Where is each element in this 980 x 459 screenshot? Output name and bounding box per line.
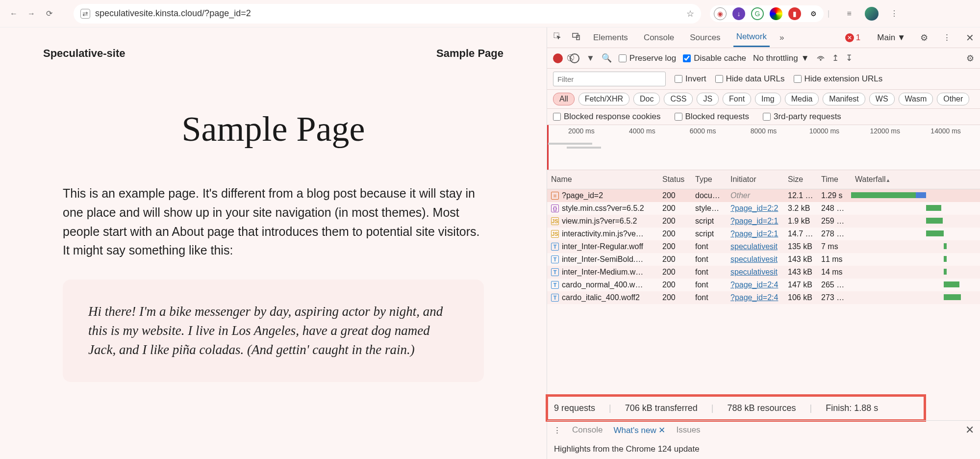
menu-icon[interactable]: ⋮ [887,7,901,21]
forward-icon[interactable]: → [25,7,38,21]
drawer-content: Highlights from the Chrome 124 update [547,439,980,459]
inspect-icon[interactable] [553,32,562,43]
table-row[interactable]: {}style.min.css?ver=6.5.2 200 style… ?pa… [547,202,980,215]
network-toolbar: ⃠ ▼ 🔍 Preserve log Disable cache No thro… [547,48,980,69]
site-title[interactable]: Speculative-site [43,47,126,60]
extension-icon[interactable]: ◉ [714,7,727,20]
table-row[interactable]: Tinter_Inter-SemiBold.… 200 font specula… [547,253,980,266]
devtools-panel: Elements Console Sources Network » ✕1 Ma… [547,27,980,459]
chip-css[interactable]: CSS [664,93,693,105]
upload-icon[interactable]: ↥ [832,53,839,63]
tab-sources[interactable]: Sources [687,29,723,47]
nav-link-sample-page[interactable]: Sample Page [436,47,503,60]
chip-other[interactable]: Other [937,93,969,105]
tab-elements[interactable]: Elements [590,29,631,47]
drawer-menu-icon[interactable]: ⋮ [553,425,561,435]
chip-font[interactable]: Font [723,93,751,105]
page-content: Speculative-site Sample Page Sample Page… [0,27,547,459]
filter-icon[interactable]: ▼ [586,53,595,63]
drawer-close-icon[interactable]: ✕ [965,424,974,436]
profile-avatar[interactable] [865,7,879,21]
chip-img[interactable]: Img [755,93,781,105]
third-party-checkbox[interactable]: 3rd-party requests [763,112,841,122]
settings-icon[interactable]: ⚙ [920,32,928,43]
drawer-tab-console[interactable]: Console [572,425,603,435]
table-row[interactable]: Tinter_Inter-Regular.woff 200 font specu… [547,240,980,253]
devtools-tabs: Elements Console Sources Network » ✕1 Ma… [547,27,980,48]
overview-timeline[interactable]: 2000 ms4000 ms6000 ms8000 ms10000 ms1200… [547,125,980,170]
network-conditions-icon[interactable] [816,52,825,64]
network-settings-icon[interactable]: ⚙ [966,53,974,64]
throttling-selector[interactable]: No throttling ▼ [753,53,809,63]
extension-icon[interactable] [770,7,782,20]
close-icon[interactable]: ✕ [966,32,974,44]
tab-console[interactable]: Console [641,29,677,47]
file-type-icon: T [551,243,559,251]
type-chips: AllFetch/XHRDocCSSJSFontImgMediaManifest… [547,90,980,109]
more-tabs-icon[interactable]: » [779,33,784,43]
extension-icon[interactable]: ▮ [788,7,801,20]
device-icon[interactable] [572,32,580,43]
table-row[interactable]: JSview.min.js?ver=6.5.2 200 script ?page… [547,215,980,228]
filter-input[interactable] [553,72,666,86]
extension-icon[interactable]: G [751,7,764,20]
table-row[interactable]: Tcardo_normal_400.w… 200 font ?page_id=2… [547,279,980,291]
table-header: Name Status Type Initiator Size Time Wat… [547,170,980,189]
file-type-icon: JS [551,230,559,238]
playlist-icon[interactable]: ≡ [842,7,856,21]
download-icon[interactable]: ↧ [846,53,853,63]
back-icon[interactable]: ← [7,7,21,21]
table-row[interactable]: JSinteractivity.min.js?ve… 200 script ?p… [547,228,980,240]
chip-all[interactable]: All [553,93,575,105]
clear-button[interactable]: ⃠ [570,53,579,63]
site-info-icon[interactable]: ⇄ [80,9,90,19]
chip-media[interactable]: Media [785,93,819,105]
table-row[interactable]: Tinter_Inter-Medium.w… 200 font speculat… [547,266,980,279]
status-transferred: 706 kB transferred [625,403,698,413]
table-row[interactable]: ≡?page_id=2 200 docu… Other 12.1 kB 1.29… [547,189,980,202]
file-type-icon: T [551,281,559,289]
search-icon[interactable]: 🔍 [602,53,612,63]
chip-js[interactable]: JS [697,93,719,105]
network-table: Name Status Type Initiator Size Time Wat… [547,170,980,304]
kebab-icon[interactable]: ⋮ [943,32,951,43]
chip-manifest[interactable]: Manifest [823,93,865,105]
tab-network[interactable]: Network [733,28,770,47]
file-type-icon: ≡ [551,192,559,200]
table-row[interactable]: Tcardo_italic_400.woff2 200 font ?page_i… [547,291,980,304]
filter-row: Invert Hide data URLs Hide extension URL… [547,69,980,90]
drawer-tab-whatsnew[interactable]: What's new ✕ [613,425,665,435]
browser-tail-icons: ≡ ⋮ [842,7,901,21]
hide-data-urls-checkbox[interactable]: Hide data URLs [715,74,785,84]
chip-fetch-xhr[interactable]: Fetch/XHR [578,93,629,105]
file-type-icon: JS [551,217,559,225]
page-paragraph: This is an example page. It's different … [63,184,484,260]
disable-cache-checkbox[interactable]: Disable cache [683,53,746,63]
invert-checkbox[interactable]: Invert [675,74,706,84]
puzzle-icon[interactable]: ⚙ [807,7,820,20]
status-resources: 788 kB resources [728,403,796,413]
address-bar[interactable]: ⇄ speculativesite.kinsta.cloud/?page_id=… [74,4,701,24]
network-status-bar: 9 requests | 706 kB transferred | 788 kB… [547,396,925,420]
error-badge[interactable]: ✕1 [845,33,860,43]
drawer-tabs: ⋮ Console What's new ✕ Issues ✕ [547,420,980,439]
drawer-tab-issues[interactable]: Issues [676,425,700,435]
hide-extension-urls-checkbox[interactable]: Hide extension URLs [794,74,883,84]
blocked-cookies-checkbox[interactable]: Blocked response cookies [553,112,661,122]
svg-point-3 [820,59,821,60]
chip-doc[interactable]: Doc [633,93,660,105]
chip-wasm[interactable]: Wasm [899,93,933,105]
browser-toolbar: ← → ⟳ ⇄ speculativesite.kinsta.cloud/?pa… [0,0,980,27]
file-type-icon: T [551,294,559,302]
context-selector[interactable]: Main ▼ [877,33,905,43]
url-text: speculativesite.kinsta.cloud/?page_id=2 [95,8,251,19]
preserve-log-checkbox[interactable]: Preserve log [619,53,676,63]
extra-filters: Blocked response cookies Blocked request… [547,109,980,125]
chip-ws[interactable]: WS [869,93,895,105]
reload-icon[interactable]: ⟳ [42,7,56,21]
file-type-icon: {} [551,204,559,212]
blocked-requests-checkbox[interactable]: Blocked requests [675,112,749,122]
bookmark-icon[interactable]: ☆ [686,8,694,19]
record-button[interactable] [553,53,563,63]
extension-icon[interactable]: ↓ [732,7,745,20]
